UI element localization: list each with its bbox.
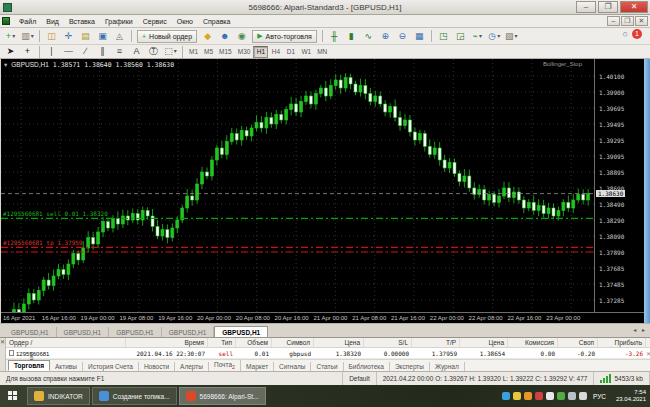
indicators-icon[interactable]: ⌁▾ — [470, 30, 485, 43]
timeframe-m1-button[interactable]: M1 — [186, 46, 201, 58]
tile-windows-icon[interactable]: ▦ — [412, 30, 427, 43]
taskbar-clock[interactable]: 7:54 23.04.2021 — [612, 389, 646, 403]
terminal-tab-3[interactable]: Новости — [139, 362, 175, 371]
price-scale[interactable]: 1.401001.399001.396951.394951.392951.390… — [594, 59, 644, 312]
menu-item-3[interactable]: Графики — [100, 17, 138, 26]
time-axis[interactable]: 16 Apr 202116 Apr 16:0019 Apr 00:0019 Ap… — [1, 312, 644, 323]
market-watch-icon[interactable]: ◫ — [44, 30, 59, 43]
arrange-vertical-icon[interactable]: ◳ — [436, 30, 451, 43]
chart-minimize-button[interactable]: – — [607, 16, 620, 26]
bar-chart-icon[interactable]: ╫ — [327, 30, 342, 43]
line-chart-icon[interactable]: ∿ — [361, 30, 376, 43]
crosshair-icon[interactable]: + — [20, 45, 35, 58]
chart-tab-1[interactable]: GBPUSD,H1 — [57, 327, 110, 337]
arrange-horizontal-icon[interactable]: ◲ — [453, 30, 468, 43]
horizontal-line-icon[interactable]: — — [61, 45, 76, 58]
profiles-icon-dropdown[interactable]: ▾ — [31, 31, 34, 42]
templates-icon[interactable]: ▧▾ — [504, 30, 519, 43]
chart-close-button[interactable]: ✕ — [635, 16, 648, 26]
timeframe-h1-button[interactable]: H1 — [253, 46, 268, 58]
shapes-icon-dropdown[interactable]: ▾ — [174, 46, 177, 57]
indicators-icon-dropdown[interactable]: ▾ — [479, 31, 482, 42]
new-order-button[interactable]: +Новый ордер — [137, 30, 197, 43]
timeframe-m5-button[interactable]: M5 — [201, 46, 216, 58]
candlestick-chart-icon[interactable]: ▮ — [344, 30, 359, 43]
column-header-2[interactable]: Тип — [208, 338, 236, 347]
status-profile[interactable]: Default — [343, 372, 377, 385]
channel-icon[interactable]: ∥ — [95, 45, 110, 58]
menu-item-2[interactable]: Вставка — [64, 17, 100, 26]
taskbar-item-2[interactable]: 5698666: Alpari-St... — [179, 387, 266, 405]
terminal-tab-11[interactable]: Журнал — [430, 362, 465, 371]
timeframe-d1-button[interactable]: D1 — [283, 46, 298, 58]
candlestick-plot[interactable] — [1, 59, 594, 312]
tray-blue-app-icon[interactable] — [502, 392, 510, 400]
chart-area[interactable]: ▾ GBPUSD,H1 1.38571 1.38640 1.38560 1.38… — [1, 59, 644, 323]
new-chart-icon-dropdown[interactable]: ▾ — [12, 31, 15, 42]
fibonacci-icon[interactable]: ≡ — [112, 45, 127, 58]
auto-trading-button[interactable]: ▶Авто-торговля — [252, 30, 317, 43]
navigator-icon[interactable]: ▤ — [78, 30, 93, 43]
terminal-tab-5[interactable]: Почта2 — [209, 360, 241, 371]
chart-tab-3[interactable]: GBPUSD,H1 — [162, 327, 215, 337]
vertical-line-icon[interactable]: | — [44, 45, 59, 58]
column-header-0[interactable]: Ордер / — [6, 338, 126, 347]
close-button[interactable]: ✕ — [620, 1, 648, 13]
tray-green-app-icon[interactable] — [557, 392, 565, 400]
menu-item-4[interactable]: Сервис — [138, 17, 172, 26]
trendline-icon[interactable]: ∕ — [78, 45, 93, 58]
language-indicator[interactable]: РУС — [590, 393, 609, 400]
chart-collapse-icon[interactable]: ▾ — [4, 61, 7, 69]
terminal-tab-9[interactable]: Библиотека — [344, 362, 390, 371]
column-header-6[interactable]: S/L — [364, 338, 412, 347]
search-icon[interactable]: ○ — [623, 29, 628, 39]
terminal-tab-7[interactable]: Сигналы — [274, 362, 311, 371]
chart-tab-2[interactable]: GBPUSD,H1 — [109, 327, 162, 337]
column-header-11[interactable]: Прибыль — [598, 338, 646, 347]
menu-item-6[interactable]: Справка — [198, 17, 235, 26]
terminal-tab-8[interactable]: Статьи — [311, 362, 343, 371]
experts-icon[interactable]: ☻ — [217, 30, 232, 43]
templates-icon-dropdown[interactable]: ▾ — [515, 31, 518, 42]
column-header-4[interactable]: Символ — [272, 338, 314, 347]
order-table-row[interactable]: 12955606812021.04.16 22:30:07sell0.01gbp… — [6, 348, 650, 359]
community-icon[interactable]: ◉ — [234, 30, 249, 43]
restore-button[interactable]: ❐ — [598, 1, 618, 13]
column-header-9[interactable]: Комиссия — [508, 338, 558, 347]
cursor-icon[interactable]: ➤ — [3, 45, 18, 58]
column-header-7[interactable]: T/P — [412, 338, 460, 347]
column-header-1[interactable]: Время — [126, 338, 208, 347]
profiles-icon[interactable]: ▥▾ — [20, 30, 35, 43]
taskbar-item-1[interactable]: Создание топика... — [92, 387, 177, 405]
strategy-tester-icon[interactable]: ◬ — [112, 30, 127, 43]
terminal-tab-1[interactable]: Активы — [50, 362, 83, 371]
terminal-close-icon[interactable]: ✕ — [0, 338, 5, 345]
column-header-10[interactable]: Своп — [558, 338, 598, 347]
timeframe-h4-button[interactable]: H4 — [268, 46, 283, 58]
tray-colors-app-icon[interactable] — [513, 392, 521, 400]
terminal-panel-icon[interactable]: ▣ — [95, 30, 110, 43]
periods-icon-dropdown[interactable]: ▾ — [497, 31, 500, 42]
notifications-badge[interactable]: 1 — [632, 29, 642, 39]
close-order-icon[interactable]: ✕ — [646, 348, 650, 358]
terminal-tab-2[interactable]: История Счета — [83, 362, 139, 371]
column-header-8[interactable]: Цена — [460, 338, 508, 347]
menu-item-5[interactable]: Окно — [172, 17, 198, 26]
terminal-tab-6[interactable]: Маркет — [241, 362, 274, 371]
chart-restore-button[interactable]: ❐ — [621, 16, 634, 26]
timeframe-m15-button[interactable]: M15 — [216, 46, 235, 58]
zoom-in-icon[interactable]: ⊕ — [378, 30, 393, 43]
zoom-out-icon[interactable]: ⊖ — [395, 30, 410, 43]
terminal-table-header[interactable]: Ордер /ВремяТипОбъемСимволЦенаS/LT/PЦена… — [6, 338, 650, 348]
column-header-5[interactable]: Цена — [314, 338, 364, 347]
metaeditor-icon[interactable]: ◆ — [200, 30, 215, 43]
chart-tab-0[interactable]: GBPUSD,H1 — [4, 327, 57, 337]
tray-network-icon[interactable] — [568, 392, 576, 400]
tab-scroll-arrows[interactable]: ◂ ▸ — [633, 326, 647, 333]
shapes-icon[interactable]: ⬚▾ — [163, 45, 178, 58]
new-chart-icon[interactable]: +▾ — [3, 30, 18, 43]
text-icon[interactable]: A — [129, 45, 144, 58]
menu-item-1[interactable]: Вид — [41, 17, 64, 26]
tray-volume-mute-icon[interactable] — [535, 392, 543, 400]
taskbar-item-0[interactable]: INDIKATOR — [27, 387, 90, 405]
